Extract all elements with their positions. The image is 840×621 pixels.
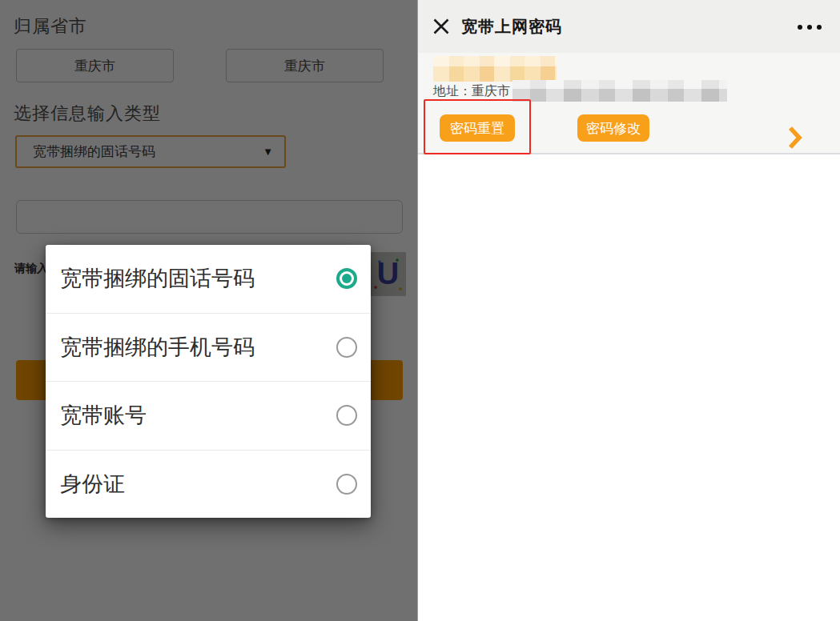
- chevron-right-icon[interactable]: [788, 126, 802, 150]
- broadband-form-page: 归属省市 重庆市 重庆市 选择信息输入类型 宽带捆绑的固话号码 ▼ 请输入 U …: [0, 0, 417, 621]
- radio-icon: [336, 337, 357, 358]
- redacted-address-blur: [512, 80, 727, 102]
- type-option-landline[interactable]: 宽带捆绑的固话号码: [46, 245, 371, 314]
- page-header: 宽带上网密码: [418, 0, 840, 53]
- screen: 归属省市 重庆市 重庆市 选择信息输入类型 宽带捆绑的固话号码 ▼ 请输入 U …: [0, 0, 840, 621]
- redacted-account-blur: [433, 56, 557, 82]
- type-option-label: 身份证: [60, 470, 125, 499]
- radio-icon: [336, 268, 357, 289]
- type-option-mobile[interactable]: 宽带捆绑的手机号码: [46, 314, 371, 383]
- broadband-account-card[interactable]: 地址：重庆市 密码重置 密码修改: [418, 53, 840, 154]
- type-option-idcard[interactable]: 身份证: [46, 451, 371, 519]
- close-icon[interactable]: [432, 17, 451, 36]
- type-option-account[interactable]: 宽带账号: [46, 382, 371, 451]
- password-reset-button[interactable]: 密码重置: [440, 114, 515, 142]
- input-type-picker-modal: 宽带捆绑的固话号码 宽带捆绑的手机号码 宽带账号 身份证: [46, 245, 371, 518]
- type-option-label: 宽带账号: [60, 401, 147, 430]
- radio-icon: [336, 474, 357, 495]
- type-option-label: 宽带捆绑的手机号码: [60, 333, 255, 362]
- page-title: 宽带上网密码: [461, 16, 562, 38]
- password-modify-button[interactable]: 密码修改: [577, 114, 649, 142]
- radio-icon: [336, 405, 357, 426]
- more-menu-icon[interactable]: [798, 25, 822, 30]
- type-option-label: 宽带捆绑的固话号码: [60, 264, 255, 293]
- address-label: 地址：重庆市: [433, 83, 510, 100]
- password-page: 宽带上网密码 地址：重庆市 密码重置 密码修改: [417, 0, 840, 621]
